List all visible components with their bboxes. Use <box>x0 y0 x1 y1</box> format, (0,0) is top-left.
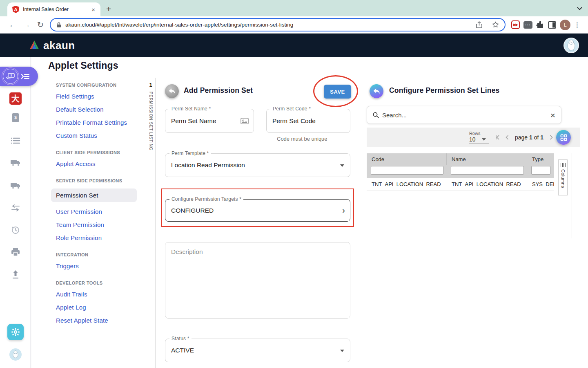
chevron-right-icon: › <box>342 205 345 215</box>
active-applet-pill[interactable]: $ <box>0 67 38 86</box>
browser-tab-strip: A Internal Sales Order × + <box>0 0 588 16</box>
table-row[interactable]: TNT_API_LOCATION_READ TNT_API_LOCATION_R… <box>367 178 554 191</box>
columns-tab[interactable]: Columns <box>558 159 568 195</box>
col-header-name[interactable]: Name <box>447 153 527 165</box>
listing-tab-index: 1 <box>149 82 152 88</box>
side-panel-icon[interactable] <box>548 21 556 29</box>
lines-search-input[interactable] <box>382 112 547 119</box>
status-select[interactable]: Status * ACTIVE <box>165 339 350 362</box>
clear-search-icon[interactable]: × <box>550 111 555 119</box>
extension-ff-icon[interactable]: ▶▶ <box>511 20 520 29</box>
filter-name-input[interactable] <box>451 166 524 175</box>
rows-value: 10 <box>469 136 476 143</box>
description-textarea[interactable] <box>165 242 350 318</box>
form-title: Add Permission Set <box>184 86 253 95</box>
svg-text:A: A <box>14 7 18 12</box>
cell-code: TNT_API_LOCATION_READ <box>367 178 447 191</box>
col-header-type[interactable]: Type <box>527 153 554 165</box>
sidebar-item-custom-status[interactable]: Custom Status <box>56 132 145 139</box>
url-text: akaun.cloud/#/applet/tnt/wavelet/erp/int… <box>65 22 469 28</box>
sidebar-item-reset-applet-state[interactable]: Reset Applet State <box>56 317 145 324</box>
section-header: DEVELOPER TOOLS <box>56 280 145 285</box>
sidebar-item-audit-trails[interactable]: Audit Trails <box>56 291 145 298</box>
menu-open-icon[interactable] <box>21 73 30 80</box>
grid-view-button[interactable] <box>556 130 571 145</box>
bookmark-star-icon[interactable] <box>489 21 501 28</box>
page-indicator: page 1 of 1 <box>515 134 543 141</box>
reload-icon[interactable]: ↻ <box>33 20 47 29</box>
permission-set-listing-tab[interactable]: 1 PERMISSION SET LISTING <box>146 78 156 368</box>
filter-type-input[interactable] <box>531 166 550 175</box>
sidebar-item-role-permission[interactable]: Role Permission <box>56 234 145 241</box>
perm-set-name-field[interactable]: Perm Set Name * <box>165 109 254 133</box>
sidebar-item-applet-log[interactable]: Applet Log <box>56 304 145 311</box>
perm-template-select[interactable]: Perm Template * Location Read Permission <box>165 153 350 177</box>
url-bar[interactable]: akaun.cloud/#/applet/tnt/wavelet/erp/int… <box>50 18 506 31</box>
rows-label: Rows <box>469 131 489 136</box>
sidebar-item-permission-set[interactable]: Permission Set <box>51 188 137 202</box>
new-tab-button[interactable]: + <box>106 4 111 13</box>
browser-menu-icon[interactable]: ⋮ <box>574 22 580 28</box>
sales-receipt-icon[interactable]: $ <box>0 112 31 124</box>
settings-gear-button[interactable] <box>7 324 24 340</box>
perm-set-code-field[interactable]: Perm Set Code * <box>266 109 350 133</box>
upload-icon[interactable] <box>0 270 31 279</box>
mascot-penguin-icon[interactable] <box>9 348 22 361</box>
perm-set-code-input[interactable] <box>272 117 331 125</box>
rows-per-page[interactable]: Rows 10 <box>469 131 489 144</box>
sidebar-item-default-selection[interactable]: Default Selection <box>56 106 145 113</box>
lines-search-box[interactable]: × <box>367 106 561 124</box>
puzzle-extensions-icon[interactable] <box>536 21 544 29</box>
prev-page-icon[interactable] <box>503 135 511 140</box>
truck-shipping-icon[interactable] <box>0 182 31 190</box>
sidebar-item-field-settings[interactable]: Field Settings <box>56 93 145 100</box>
save-button[interactable]: SAVE <box>324 85 351 99</box>
configure-targets-field[interactable]: Configure Permission Targets * CONFIGURE… <box>165 199 350 222</box>
section-header: SERVER SIDE PERMISSIONS <box>56 178 145 183</box>
form-back-button[interactable] <box>165 84 179 98</box>
printer-icon[interactable] <box>0 248 31 257</box>
perm-set-name-input[interactable] <box>171 117 233 125</box>
svg-text:$: $ <box>10 74 12 77</box>
perm-set-name-label: Perm Set Name * <box>169 106 213 112</box>
perm-template-value: Location Read Permission <box>171 162 300 169</box>
contact-card-icon[interactable] <box>241 118 249 124</box>
sidebar-item-user-permission[interactable]: User Permission <box>56 208 145 215</box>
forward-icon: → <box>20 20 33 29</box>
back-icon[interactable]: ← <box>6 20 20 29</box>
share-icon[interactable] <box>473 21 485 28</box>
first-page-icon[interactable] <box>494 135 502 140</box>
next-page-icon[interactable] <box>548 135 555 140</box>
configure-targets-value: CONFIGURED <box>171 207 300 214</box>
main-content: Applet Settings $ 大 $ <box>0 57 588 368</box>
tab-close-icon[interactable]: × <box>90 6 96 13</box>
lock-icon <box>56 22 61 28</box>
sidebar-item-applet-access[interactable]: Applet Access <box>56 160 145 167</box>
table-scrollbar-track[interactable] <box>572 153 572 238</box>
user-avatar-penguin[interactable] <box>564 38 579 53</box>
lines-back-button[interactable] <box>370 84 383 98</box>
chinese-app-icon[interactable]: 大 <box>9 92 22 105</box>
screen: A Internal Sales Order × + ← → ↻ akaun.c… <box>0 0 588 368</box>
akaun-logo[interactable]: akaun <box>29 39 75 52</box>
history-clock-icon[interactable] <box>0 226 31 235</box>
list-icon[interactable] <box>0 137 31 144</box>
browser-tab[interactable]: A Internal Sales Order × <box>7 2 100 16</box>
filter-code-input[interactable] <box>371 166 443 175</box>
transfer-arrows-icon[interactable] <box>0 204 31 212</box>
truck-delivery-icon[interactable] <box>0 159 31 167</box>
lines-title: Configure Permission Set Lines <box>389 86 500 95</box>
description-field[interactable] <box>165 242 350 319</box>
code-unique-helper: Code must be unique <box>277 136 327 142</box>
settings-sidebar: SYSTEM CONFIGURATION Field Settings Defa… <box>56 83 145 335</box>
status-value: ACTIVE <box>171 347 300 354</box>
sidebar-item-team-permission[interactable]: Team Permission <box>56 221 145 228</box>
tab-search-chevron-icon[interactable] <box>577 5 582 10</box>
columns-tab-label: Columns <box>561 169 566 188</box>
search-icon <box>373 112 379 118</box>
profile-avatar[interactable]: L <box>560 20 570 30</box>
sidebar-item-printable-format-settings[interactable]: Printable Format Settings <box>56 119 145 126</box>
extension-dots-icon[interactable]: ··· <box>523 21 532 29</box>
sidebar-item-triggers[interactable]: Triggers <box>56 263 145 269</box>
col-header-code[interactable]: Code <box>367 153 447 165</box>
